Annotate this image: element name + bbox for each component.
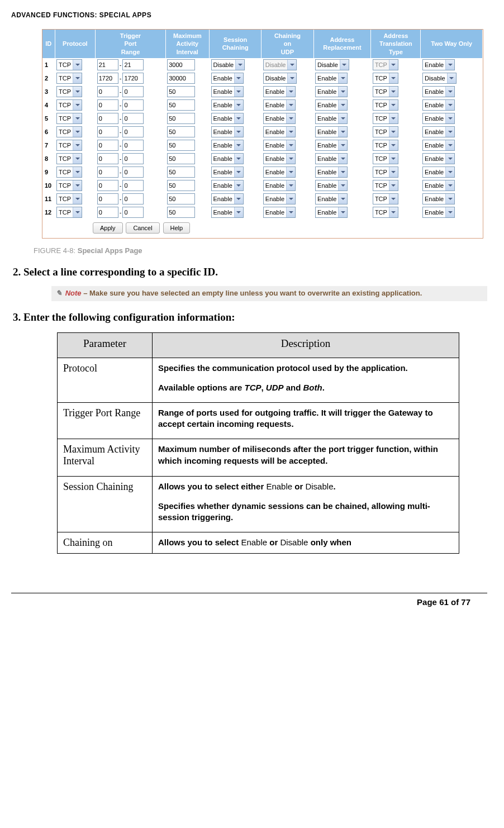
max-activity-input[interactable]: 50 bbox=[167, 207, 195, 218]
chaining-udp-select[interactable]: Disable bbox=[263, 73, 297, 84]
addr-replacement-select[interactable]: Enable bbox=[315, 126, 348, 137]
addr-replacement-select[interactable]: Enable bbox=[315, 153, 348, 164]
addr-replacement-select[interactable]: Enable bbox=[315, 99, 348, 111]
chaining-udp-select[interactable]: Enable bbox=[263, 140, 296, 151]
port-to-input[interactable]: 0 bbox=[122, 113, 144, 124]
max-activity-input[interactable]: 50 bbox=[167, 86, 195, 97]
two-way-select[interactable]: Enable bbox=[422, 99, 455, 111]
addr-translation-select[interactable]: TCP bbox=[373, 207, 398, 218]
two-way-select[interactable]: Disable bbox=[422, 73, 457, 84]
port-from-input[interactable]: 0 bbox=[97, 140, 118, 151]
addr-translation-select[interactable]: TCP bbox=[373, 113, 398, 124]
session-chaining-select[interactable]: Enable bbox=[211, 140, 244, 151]
addr-replacement-select[interactable]: Enable bbox=[315, 86, 348, 97]
addr-translation-select[interactable]: TCP bbox=[373, 193, 398, 204]
max-activity-input[interactable]: 30000 bbox=[167, 73, 195, 84]
chaining-udp-select[interactable]: Enable bbox=[263, 153, 296, 164]
two-way-select[interactable]: Enable bbox=[422, 207, 455, 218]
protocol-select[interactable]: TCP bbox=[56, 59, 82, 70]
port-from-input[interactable]: 0 bbox=[97, 113, 118, 124]
chaining-udp-select[interactable]: Enable bbox=[263, 113, 296, 124]
protocol-select[interactable]: TCP bbox=[56, 99, 82, 111]
two-way-select[interactable]: Enable bbox=[422, 86, 455, 97]
port-from-input[interactable]: 0 bbox=[97, 207, 118, 218]
max-activity-input[interactable]: 50 bbox=[167, 193, 195, 204]
port-to-input[interactable]: 0 bbox=[122, 166, 144, 178]
protocol-select[interactable]: TCP bbox=[56, 207, 82, 218]
addr-replacement-select[interactable]: Enable bbox=[315, 73, 348, 84]
addr-translation-select[interactable]: TCP bbox=[373, 126, 398, 137]
chaining-udp-select[interactable]: Enable bbox=[263, 99, 296, 111]
port-to-input[interactable]: 0 bbox=[122, 193, 144, 204]
session-chaining-select[interactable]: Enable bbox=[211, 126, 244, 137]
addr-translation-select[interactable]: TCP bbox=[373, 140, 398, 151]
session-chaining-select[interactable]: Enable bbox=[211, 86, 244, 97]
addr-replacement-select[interactable]: Enable bbox=[315, 180, 348, 191]
two-way-select[interactable]: Enable bbox=[422, 140, 455, 151]
two-way-select[interactable]: Enable bbox=[422, 153, 455, 164]
session-chaining-select[interactable]: Enable bbox=[211, 180, 244, 191]
port-from-input[interactable]: 0 bbox=[97, 99, 118, 111]
two-way-select[interactable]: Enable bbox=[422, 193, 455, 204]
addr-replacement-select[interactable]: Enable bbox=[315, 166, 348, 178]
max-activity-input[interactable]: 50 bbox=[167, 180, 195, 191]
protocol-select[interactable]: TCP bbox=[56, 86, 82, 97]
port-to-input[interactable]: 0 bbox=[122, 180, 144, 191]
session-chaining-select[interactable]: Enable bbox=[211, 193, 244, 204]
port-to-input[interactable]: 1720 bbox=[122, 73, 144, 84]
port-from-input[interactable]: 0 bbox=[97, 86, 118, 97]
port-from-input[interactable]: 0 bbox=[97, 126, 118, 137]
session-chaining-select[interactable]: Enable bbox=[211, 166, 244, 178]
help-button[interactable]: Help bbox=[163, 222, 191, 234]
max-activity-input[interactable]: 50 bbox=[167, 99, 195, 111]
addr-translation-select[interactable]: TCP bbox=[373, 86, 398, 97]
port-from-input[interactable]: 0 bbox=[97, 193, 118, 204]
chaining-udp-select[interactable]: Enable bbox=[263, 207, 296, 218]
session-chaining-select[interactable]: Enable bbox=[211, 207, 244, 218]
port-from-input[interactable]: 0 bbox=[97, 153, 118, 164]
two-way-select[interactable]: Enable bbox=[422, 180, 455, 191]
session-chaining-select[interactable]: Enable bbox=[211, 73, 244, 84]
max-activity-input[interactable]: 50 bbox=[167, 166, 195, 178]
max-activity-input[interactable]: 50 bbox=[167, 153, 195, 164]
addr-replacement-select[interactable]: Enable bbox=[315, 207, 348, 218]
port-to-input[interactable]: 0 bbox=[122, 207, 144, 218]
port-from-input[interactable]: 21 bbox=[97, 59, 118, 70]
session-chaining-select[interactable]: Disable bbox=[211, 59, 245, 70]
port-to-input[interactable]: 0 bbox=[122, 153, 144, 164]
protocol-select[interactable]: TCP bbox=[56, 166, 82, 178]
addr-replacement-select[interactable]: Enable bbox=[315, 193, 348, 204]
port-to-input[interactable]: 0 bbox=[122, 140, 144, 151]
max-activity-input[interactable]: 50 bbox=[167, 126, 195, 137]
addr-translation-select[interactable]: TCP bbox=[373, 73, 398, 84]
port-to-input[interactable]: 0 bbox=[122, 86, 144, 97]
protocol-select[interactable]: TCP bbox=[56, 113, 82, 124]
chaining-udp-select[interactable]: Enable bbox=[263, 193, 296, 204]
session-chaining-select[interactable]: Enable bbox=[211, 153, 244, 164]
protocol-select[interactable]: TCP bbox=[56, 180, 82, 191]
session-chaining-select[interactable]: Enable bbox=[211, 99, 244, 111]
protocol-select[interactable]: TCP bbox=[56, 126, 82, 137]
two-way-select[interactable]: Enable bbox=[422, 166, 455, 178]
port-from-input[interactable]: 0 bbox=[97, 180, 118, 191]
addr-translation-select[interactable]: TCP bbox=[373, 166, 398, 178]
protocol-select[interactable]: TCP bbox=[56, 140, 82, 151]
max-activity-input[interactable]: 50 bbox=[167, 113, 195, 124]
chaining-udp-select[interactable]: Enable bbox=[263, 126, 296, 137]
max-activity-input[interactable]: 50 bbox=[167, 140, 195, 151]
port-from-input[interactable]: 1720 bbox=[97, 73, 118, 84]
addr-replacement-select[interactable]: Enable bbox=[315, 140, 348, 151]
session-chaining-select[interactable]: Enable bbox=[211, 113, 244, 124]
addr-replacement-select[interactable]: Disable bbox=[315, 59, 349, 70]
addr-replacement-select[interactable]: Enable bbox=[315, 113, 348, 124]
port-to-input[interactable]: 0 bbox=[122, 126, 144, 137]
chaining-udp-select[interactable]: Enable bbox=[263, 166, 296, 178]
port-to-input[interactable]: 21 bbox=[122, 59, 144, 70]
protocol-select[interactable]: TCP bbox=[56, 153, 82, 164]
two-way-select[interactable]: Enable bbox=[422, 113, 455, 124]
apply-button[interactable]: Apply bbox=[93, 222, 123, 234]
port-from-input[interactable]: 0 bbox=[97, 166, 118, 178]
protocol-select[interactable]: TCP bbox=[56, 73, 82, 84]
protocol-select[interactable]: TCP bbox=[56, 193, 82, 204]
chaining-udp-select[interactable]: Enable bbox=[263, 180, 296, 191]
